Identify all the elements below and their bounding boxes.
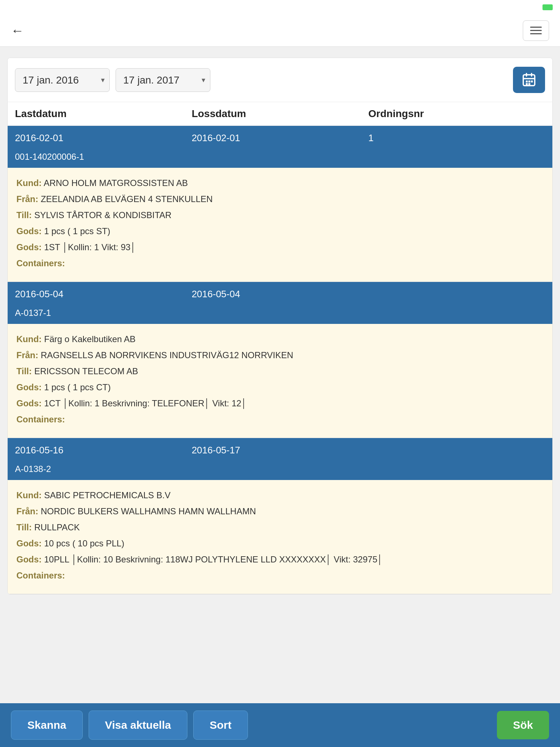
svg-rect-6	[526, 83, 528, 85]
order-detail-line: Gods: 1 pcs ( 1 pcs CT)	[16, 381, 544, 394]
start-date-wrapper: 17 jan. 2016	[15, 68, 110, 92]
detail-label: Till:	[16, 210, 32, 220]
back-button[interactable]: ←	[11, 23, 24, 38]
detail-value: Färg o Kakelbutiken AB	[42, 334, 135, 344]
order-detail-line: Från: ZEELANDIA AB ELVÄGEN 4 STENKULLEN	[16, 193, 544, 206]
detail-label: Från:	[16, 194, 38, 204]
order-detail-line: Gods: 1 pcs ( 1 pcs ST)	[16, 225, 544, 238]
order-detail-line: Från: RAGNSELLS AB NORRVIKENS INDUSTRIVÄ…	[16, 349, 544, 362]
detail-label: Från:	[16, 350, 38, 360]
detail-label: Kund:	[16, 490, 42, 500]
detail-value: SYLVIS TÅRTOR & KONDISBITAR	[32, 210, 171, 220]
order-detail-row: Kund: ARNO HOLM MATGROSSISTEN ABFrån: ZE…	[8, 168, 552, 282]
detail-label: Gods:	[16, 398, 42, 408]
order-lastdatum: 2016-05-04	[15, 289, 192, 300]
detail-value: 1 pcs ( 1 pcs CT)	[42, 382, 110, 392]
order-detail-row: Kund: SABIC PETROCHEMICALS B.VFrån: NORD…	[8, 480, 552, 594]
order-lossdatum: 2016-05-04	[192, 289, 369, 300]
calendar-icon	[521, 72, 537, 88]
nav-bar: ←	[0, 15, 560, 47]
order-detail-line: Gods: 1ST │Kollin: 1 Vikt: 93│	[16, 241, 544, 254]
bottom-bar: Skanna Visa aktuella Sort Sök	[0, 703, 560, 747]
detail-value: 1ST │Kollin: 1 Vikt: 93│	[42, 242, 136, 252]
order-id-text: 001-140200006-1	[15, 152, 84, 162]
detail-label: Containers:	[16, 414, 65, 424]
order-header-row[interactable]: 2016-05-042016-05-04	[8, 282, 552, 306]
order-detail-line: Till: ERICSSON TELECOM AB	[16, 365, 544, 378]
order-group: 2016-05-162016-05-17A-0138-2Kund: SABIC …	[8, 438, 552, 594]
detail-value: RULLPACK	[32, 522, 80, 532]
status-bar	[0, 0, 560, 15]
detail-value: 1 pcs ( 1 pcs ST)	[42, 226, 110, 236]
order-lastdatum: 2016-02-01	[15, 132, 192, 144]
end-date-select[interactable]: 17 jan. 2017	[116, 68, 210, 92]
detail-value: 10PLL │Kollin: 10 Beskrivning: 118WJ POL…	[42, 554, 383, 564]
order-id-text: A-0138-2	[15, 464, 51, 474]
battery-icon	[542, 4, 553, 10]
detail-label: Gods:	[16, 226, 42, 236]
order-detail-line: Till: SYLVIS TÅRTOR & KONDISBITAR	[16, 209, 544, 222]
hamburger-line	[530, 27, 542, 28]
detail-label: Från:	[16, 506, 38, 516]
table-header: Lastdatum Lossdatum Ordningsnr	[8, 102, 552, 126]
detail-value: ARNO HOLM MATGROSSISTEN AB	[42, 178, 188, 188]
svg-rect-4	[526, 81, 528, 82]
detail-label: Containers:	[16, 570, 65, 580]
orders-list: 2016-02-012016-02-011001-140200006-1Kund…	[8, 126, 552, 594]
order-header-row[interactable]: 2016-02-012016-02-011	[8, 126, 552, 150]
order-detail-line: Kund: Färg o Kakelbutiken AB	[16, 333, 544, 346]
detail-label: Gods:	[16, 382, 42, 392]
col-header-lastdatum: Lastdatum	[15, 108, 192, 120]
order-detail-line: Containers:	[16, 569, 544, 582]
menu-button[interactable]	[523, 20, 549, 41]
order-detail-line: Kund: ARNO HOLM MATGROSSISTEN AB	[16, 177, 544, 190]
sok-button[interactable]: Sök	[497, 711, 549, 739]
detail-value: SABIC PETROCHEMICALS B.V	[42, 490, 170, 500]
svg-rect-7	[528, 83, 530, 85]
detail-value: ZEELANDIA AB ELVÄGEN 4 STENKULLEN	[38, 194, 213, 204]
detail-value: 10 pcs ( 10 pcs PLL)	[42, 538, 124, 548]
detail-value: NORDIC BULKERS WALLHAMNS HAMN WALLHAMN	[38, 506, 256, 516]
order-id-row: 001-140200006-1	[8, 150, 552, 168]
filter-row: 17 jan. 2016 17 jan. 2017	[8, 58, 552, 102]
order-detail-line: Gods: 10PLL │Kollin: 10 Beskrivning: 118…	[16, 553, 544, 566]
order-lossdatum: 2016-05-17	[192, 445, 369, 456]
hamburger-line	[530, 33, 542, 34]
detail-value: RAGNSELLS AB NORRVIKENS INDUSTRIVÄG12 NO…	[38, 350, 293, 360]
svg-rect-8	[531, 81, 533, 82]
order-id-row: A-0137-1	[8, 306, 552, 324]
detail-value: ERICSSON TELECOM AB	[32, 366, 138, 376]
order-lossdatum: 2016-02-01	[192, 132, 369, 144]
detail-label: Kund:	[16, 178, 42, 188]
order-group: 2016-02-012016-02-011001-140200006-1Kund…	[8, 126, 552, 282]
detail-label: Containers:	[16, 258, 65, 268]
svg-rect-5	[528, 81, 530, 82]
order-ordningsnr	[368, 445, 545, 456]
detail-label: Gods:	[16, 242, 42, 252]
detail-label: Till:	[16, 522, 32, 532]
order-lastdatum: 2016-05-16	[15, 445, 192, 456]
order-detail-line: Kund: SABIC PETROCHEMICALS B.V	[16, 489, 544, 502]
calendar-button[interactable]	[513, 67, 545, 93]
order-detail-line: Containers:	[16, 257, 544, 270]
main-content: 17 jan. 2016 17 jan. 2017 Lastdatum	[7, 58, 553, 595]
order-id-row: A-0138-2	[8, 462, 552, 480]
skanna-button[interactable]: Skanna	[11, 711, 83, 740]
hamburger-line	[530, 30, 542, 31]
detail-value: 1CT │Kollin: 1 Beskrivning: TELEFONER│ V…	[42, 398, 247, 408]
col-header-ordningsnr: Ordningsnr	[368, 108, 545, 120]
detail-label: Till:	[16, 366, 32, 376]
order-detail-line: Från: NORDIC BULKERS WALLHAMNS HAMN WALL…	[16, 505, 544, 518]
end-date-wrapper: 17 jan. 2017	[116, 68, 210, 92]
col-header-lossdatum: Lossdatum	[192, 108, 369, 120]
detail-label: Gods:	[16, 554, 42, 564]
start-date-select[interactable]: 17 jan. 2016	[15, 68, 110, 92]
order-detail-line: Gods: 10 pcs ( 10 pcs PLL)	[16, 537, 544, 550]
sort-button[interactable]: Sort	[193, 711, 248, 740]
order-header-row[interactable]: 2016-05-162016-05-17	[8, 438, 552, 462]
order-id-text: A-0137-1	[15, 308, 51, 318]
order-ordningsnr	[368, 289, 545, 300]
detail-label: Kund:	[16, 334, 42, 344]
visa-aktuella-button[interactable]: Visa aktuella	[89, 711, 187, 740]
order-ordningsnr: 1	[368, 132, 545, 144]
